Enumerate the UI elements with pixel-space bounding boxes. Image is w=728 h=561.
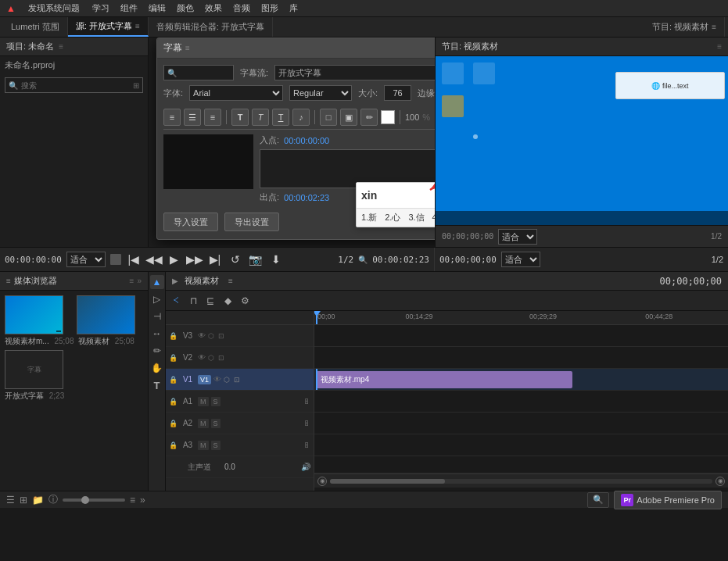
v1-lock[interactable]: 🔒 (169, 376, 178, 384)
menu-color[interactable]: 颜色 (177, 2, 194, 14)
align-left-btn[interactable]: ≡ (163, 109, 181, 126)
next-edit-btn[interactable]: ▶| (207, 252, 223, 267)
style-select[interactable]: Regular (289, 85, 352, 101)
suggestion-1[interactable]: 1.新 (361, 212, 377, 223)
type-tool-btn[interactable]: T (150, 378, 164, 392)
color-swatch[interactable] (381, 110, 395, 124)
v3-eye[interactable]: 👁 (198, 331, 206, 340)
a1-m-btn[interactable]: M (198, 397, 209, 406)
razor-tool-btn[interactable]: ▷ (150, 292, 164, 306)
tab-audio-mixer[interactable]: 音频剪辑混合器: 开放式字幕 (149, 17, 273, 37)
menu-edit[interactable]: 编辑 (149, 2, 166, 14)
bb-info-icon[interactable]: ⓘ (48, 493, 58, 506)
a3-track[interactable] (314, 434, 728, 456)
italic-btn[interactable]: T (252, 109, 269, 126)
v3-sync[interactable]: ⊡ (218, 332, 224, 340)
box-btn[interactable]: □ (320, 109, 337, 126)
v1-sync[interactable]: ⊡ (234, 376, 240, 384)
tl-clip-btn[interactable]: ⊓ (186, 294, 200, 308)
tl-extract-btn[interactable]: ⊑ (203, 294, 217, 308)
bb-grid-icon[interactable]: ⊞ (20, 495, 27, 506)
a2-m-btn[interactable]: M (198, 419, 209, 428)
v2-track[interactable] (314, 347, 728, 369)
subtitle-thumb[interactable]: 字幕 (5, 350, 63, 389)
menu-graphics[interactable]: 图形 (261, 2, 278, 14)
v2-camera[interactable]: ⬡ (208, 354, 214, 362)
left-zoom-icon[interactable]: 🔍 (358, 255, 368, 264)
step-fwd-btn[interactable]: ▶▶ (187, 252, 203, 267)
in-point-value[interactable]: 00:00:00:00 (284, 136, 329, 145)
media-browser-menu[interactable]: ≡ (130, 277, 134, 285)
taskbar-premiere-btn[interactable]: Pr Adobe Premiere Pro (614, 491, 722, 509)
bold-btn[interactable]: T (231, 109, 249, 126)
a3-m-btn[interactable]: M (198, 441, 209, 450)
play-btn[interactable]: ▶ (167, 252, 182, 267)
bb-menu-icon[interactable]: ≡ (130, 495, 135, 506)
v3-lock[interactable]: 🔒 (169, 332, 178, 340)
out-point-value[interactable]: 00:00:02:23 (284, 193, 329, 202)
a2-s-btn[interactable]: S (211, 419, 221, 428)
media-browser-close[interactable]: » (137, 277, 142, 285)
right-fit-select[interactable]: 适合 (501, 252, 540, 267)
tab-program[interactable]: 节目: 视频素材 ≡ (644, 17, 725, 37)
v3-camera[interactable]: ⬡ (208, 332, 214, 340)
media-thumb-1[interactable] (5, 295, 63, 334)
hand-tool-btn[interactable]: ✋ (150, 361, 164, 375)
a1-vol[interactable]: 🎚 (303, 398, 310, 406)
pen-tool-btn[interactable]: ✏ (150, 344, 164, 358)
left-fit-select[interactable]: 适合 (66, 252, 106, 267)
track-select-btn[interactable]: ↔ (150, 327, 164, 341)
pen-btn[interactable]: ✏ (360, 109, 378, 126)
v1-clip[interactable]: 视频素材.mp4 (316, 371, 572, 388)
timeline-scrollbar[interactable] (330, 479, 712, 484)
master-icon[interactable]: 🔊 (301, 463, 310, 471)
menu-audio[interactable]: 音频 (233, 2, 250, 14)
camera-btn[interactable]: 📷 (248, 252, 264, 267)
select-tool-btn[interactable]: ▲ (150, 275, 164, 289)
a1-track[interactable] (314, 391, 728, 413)
v1-badge[interactable]: V1 (198, 375, 211, 384)
bb-close-icon[interactable]: » (140, 495, 145, 506)
bb-list-icon[interactable]: ☰ (6, 495, 15, 506)
a2-lock[interactable]: 🔒 (169, 420, 178, 427)
export-btn[interactable]: ⬇ (268, 252, 284, 267)
v1-eye[interactable]: 👁 (213, 375, 221, 384)
timeline-time[interactable]: 00;00;00;00 (660, 276, 722, 287)
timeline-scroll-right[interactable]: ◉ (715, 477, 725, 486)
prev-edit-btn[interactable]: |◀ (126, 252, 142, 267)
suggestion-3[interactable]: 3.信 (408, 212, 424, 223)
font-select[interactable]: Arial (189, 85, 283, 101)
timeline-scroll-left[interactable]: ◉ (317, 477, 327, 486)
master-track[interactable] (314, 456, 728, 473)
caption-stream-value-box[interactable]: 开放式字幕 (274, 65, 435, 80)
v2-eye[interactable]: 👁 (198, 353, 206, 362)
a1-s-btn[interactable]: S (211, 397, 221, 406)
tl-marker-btn[interactable]: ◆ (221, 294, 235, 308)
v2-sync[interactable]: ⊡ (218, 354, 224, 362)
menu-effects[interactable]: 效果 (205, 2, 222, 14)
suggestion-2[interactable]: 2.心 (385, 212, 400, 223)
size-input[interactable]: 76 (384, 85, 411, 101)
loop-btn[interactable]: ↺ (228, 252, 243, 267)
a3-s-btn[interactable]: S (211, 441, 221, 450)
dialog-menu-icon[interactable]: ≡ (185, 44, 190, 52)
v1-track[interactable]: 视频素材.mp4 (314, 369, 728, 391)
v1-camera[interactable]: ⬡ (224, 376, 230, 384)
project-menu-icon[interactable]: ≡ (59, 42, 63, 51)
align-center-btn[interactable]: ☰ (184, 109, 201, 126)
music-btn[interactable]: ♪ (292, 109, 310, 126)
a2-vol[interactable]: 🎚 (303, 420, 310, 427)
media-thumb-2[interactable] (77, 295, 135, 334)
a2-track[interactable] (314, 413, 728, 434)
suggestion-4[interactable]: 4.鑫 (432, 212, 435, 223)
menu-library[interactable]: 库 (289, 2, 298, 14)
box2-btn[interactable]: ▣ (340, 109, 357, 126)
preview-menu-icon[interactable]: ≡ (717, 42, 722, 51)
ripple-tool-btn[interactable]: ⊣ (150, 309, 164, 323)
taskbar-search-btn[interactable]: 🔍 (587, 492, 609, 508)
v3-track[interactable] (314, 325, 728, 347)
tl-settings-btn[interactable]: ⚙ (238, 294, 252, 308)
import-settings-btn[interactable]: 导入设置 (163, 213, 218, 231)
a3-vol[interactable]: 🎚 (303, 441, 310, 449)
v2-lock[interactable]: 🔒 (169, 354, 178, 362)
